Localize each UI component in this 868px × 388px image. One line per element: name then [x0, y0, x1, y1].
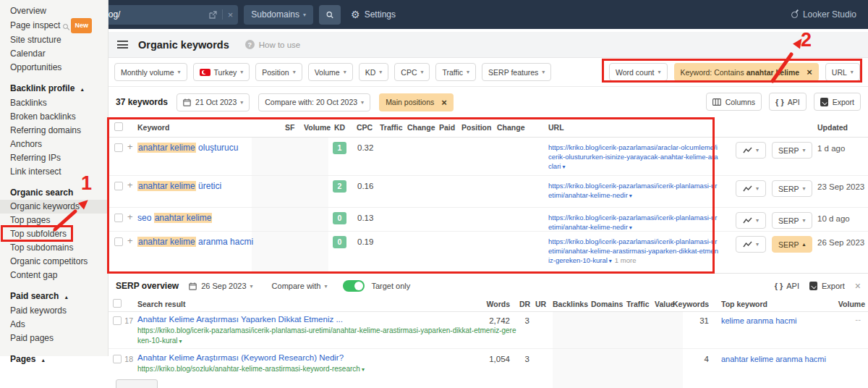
chevron-down-icon: ▾: [362, 366, 365, 373]
sidebar-section-pages[interactable]: Pages ▴: [0, 353, 108, 367]
close-icon[interactable]: ×: [855, 280, 861, 292]
sidebar-item-referring-ips[interactable]: Referring IPs: [0, 151, 108, 165]
serp-compare-dropdown[interactable]: Compare with▾: [272, 282, 328, 290]
target-only-toggle[interactable]: [343, 280, 365, 292]
external-link-icon[interactable]: [209, 11, 217, 19]
sidebar-item-opportunities[interactable]: Opportunities: [0, 61, 108, 75]
how-to-use-link[interactable]: ? How to use: [245, 40, 301, 49]
sidebar-item-backlinks[interactable]: Backlinks: [0, 96, 108, 110]
calendar-icon: [183, 98, 191, 106]
sidebar-item-content-gap[interactable]: Content gap: [0, 269, 108, 282]
sidebar-item-page-inspect[interactable]: Page inspectNew: [0, 18, 108, 33]
filter-url[interactable]: URL▾: [825, 63, 860, 81]
serp-export-button[interactable]: Export: [809, 282, 845, 290]
sidebar-item-overview[interactable]: Overview: [0, 4, 108, 18]
compare-with-dropdown[interactable]: Compare with: 20 Oct 2023▾: [258, 93, 370, 111]
filter-monthly-volume[interactable]: Monthly volume▾: [114, 63, 187, 81]
expand-icon[interactable]: +: [127, 235, 133, 246]
top-keyword-link[interactable]: anahtar kelime aranma hacmi: [721, 355, 826, 363]
sidebar-item-top-subdomains[interactable]: Top subdomains: [0, 241, 108, 255]
serp-button[interactable]: SERP▾: [772, 212, 812, 229]
filter-volume[interactable]: Volume▾: [308, 63, 353, 81]
chevron-down-icon: ▾: [420, 69, 423, 75]
sidebar-section-backlink-profile[interactable]: Backlink profile ▴: [0, 82, 108, 96]
keyword-link[interactable]: anahtar kelime oluşturucu: [137, 143, 238, 153]
position-history-button[interactable]: ▾: [736, 236, 766, 253]
filter-position[interactable]: Position▾: [255, 63, 302, 81]
sidebar-section-paid-search[interactable]: Paid search ▴: [0, 290, 108, 304]
filter-kd[interactable]: KD▾: [359, 63, 389, 81]
row-checkbox[interactable]: [114, 237, 123, 246]
gear-icon: ⚙: [351, 9, 360, 20]
sidebar-item-top-pages[interactable]: Top pages: [0, 214, 108, 227]
filter-traffic[interactable]: Traffic▾: [435, 63, 476, 81]
expand-icon[interactable]: +: [127, 180, 133, 190]
export-button[interactable]: Export: [814, 93, 861, 111]
select-all-checkbox[interactable]: [114, 122, 123, 131]
result-url-link[interactable]: https://kriko.blog/icerik-pazarlamasi/ic…: [548, 237, 719, 266]
row-checkbox[interactable]: [114, 214, 123, 222]
top-keyword-link[interactable]: kelime aranma hacmi: [721, 316, 797, 325]
sidebar-item-anchors[interactable]: Anchors: [0, 138, 108, 151]
looker-studio-button[interactable]: Looker Studio: [791, 9, 856, 20]
date-picker[interactable]: 21 Oct 2023▾: [176, 93, 250, 111]
filter-country[interactable]: Turkey▾: [193, 63, 250, 81]
clear-icon[interactable]: ×: [228, 9, 234, 20]
serp-button[interactable]: SERP▾: [772, 142, 812, 159]
result-title-link[interactable]: Anahtar Kelime Araştırması (Keyword Rese…: [137, 353, 344, 362]
sidebar-item-organic-keywords[interactable]: Organic keywords: [0, 200, 108, 214]
sidebar-item-paid-pages[interactable]: Paid pages: [0, 332, 108, 345]
result-title-link[interactable]: Anahtar Kelime Araştırması Yaparken Dikk…: [137, 315, 343, 324]
sidebar-item-ads[interactable]: Ads: [0, 318, 108, 332]
partially-visible-button[interactable]: [116, 379, 158, 388]
api-button[interactable]: { }API: [769, 93, 807, 111]
serp-api-button[interactable]: { }API: [775, 282, 799, 290]
result-url-link[interactable]: https://kriko.blog/icerik-pazarlamasi/ic…: [548, 213, 719, 232]
chevron-down-icon: ▾: [562, 164, 565, 170]
sidebar-item-organic-competitors[interactable]: Organic competitors: [0, 255, 108, 269]
filter-serp-features[interactable]: SERP features▾: [482, 63, 551, 81]
sidebar-item-site-structure[interactable]: Site structure: [0, 33, 108, 47]
result-url-link[interactable]: https://kriko.blog/icerik-pazarlamasi/ic…: [137, 326, 517, 346]
position-history-button[interactable]: ▾: [736, 212, 766, 229]
settings-button[interactable]: ⚙ Settings: [351, 9, 396, 20]
keyword-link[interactable]: anahtar kelime üretici: [137, 181, 221, 191]
position-history-button[interactable]: ▾: [736, 180, 766, 197]
sidebar-item-broken-backlinks[interactable]: Broken backlinks: [0, 110, 108, 124]
more-urls-link[interactable]: 1 more: [615, 256, 637, 264]
sidebar-item-top-subfolders[interactable]: Top subfolders: [0, 227, 108, 241]
sidebar-item-link-intersect[interactable]: Link intersect: [0, 165, 108, 179]
row-checkbox[interactable]: [114, 182, 123, 190]
serp-button[interactable]: SERP▴: [772, 236, 812, 253]
expand-icon[interactable]: +: [127, 211, 133, 222]
sidebar-item-referring-domains[interactable]: Referring domains: [0, 124, 108, 138]
menu-icon[interactable]: [117, 41, 128, 48]
position-history-button[interactable]: ▾: [736, 142, 766, 159]
words-value: 2,742: [470, 316, 510, 325]
sidebar-item-paid-keywords[interactable]: Paid keywords: [0, 304, 108, 318]
chevron-down-icon: ▾: [851, 69, 854, 75]
sidebar-item-calendar[interactable]: Calendar: [0, 47, 108, 61]
columns-button[interactable]: Columns: [706, 93, 762, 111]
filter-cpc[interactable]: CPC▾: [394, 63, 430, 81]
result-url-link[interactable]: https://kriko.blog/icerik-pazarlamasi/ic…: [548, 181, 719, 201]
remove-filter-icon[interactable]: ×: [441, 97, 447, 108]
keyword-link[interactable]: seo anahtar kelime: [137, 213, 212, 223]
row-checkbox[interactable]: [114, 143, 123, 152]
main-positions-chip[interactable]: Main positions ×: [379, 93, 454, 111]
keyword-filter-chip[interactable]: Keyword: Contains anahtar kelime ×: [674, 63, 819, 81]
serp-button[interactable]: SERP▾: [772, 180, 812, 197]
remove-filter-icon[interactable]: ×: [807, 67, 812, 77]
keyword-link[interactable]: anahtar kelime aranma hacmi: [137, 237, 253, 247]
subdomains-dropdown[interactable]: Subdomains ▾: [244, 5, 313, 25]
search-button[interactable]: [319, 5, 341, 25]
kd-badge: 1: [333, 142, 346, 154]
select-all-checkbox[interactable]: [113, 299, 122, 308]
sidebar-section-organic-search[interactable]: Organic search: [0, 186, 108, 200]
filter-word-count[interactable]: Word count▾: [609, 63, 668, 81]
serp-date-picker[interactable]: 26 Sep 2023▾: [189, 282, 252, 290]
result-url-link[interactable]: https://kriko.blog/icerik-pazarlamasi/ar…: [548, 143, 719, 172]
result-url-link[interactable]: https://kriko.blog/sozluk/anahtar-kelime…: [137, 364, 517, 375]
expand-icon[interactable]: +: [127, 141, 133, 152]
filter-bar: Monthly volume▾ Turkey▾ Position▾ Volume…: [109, 58, 868, 87]
